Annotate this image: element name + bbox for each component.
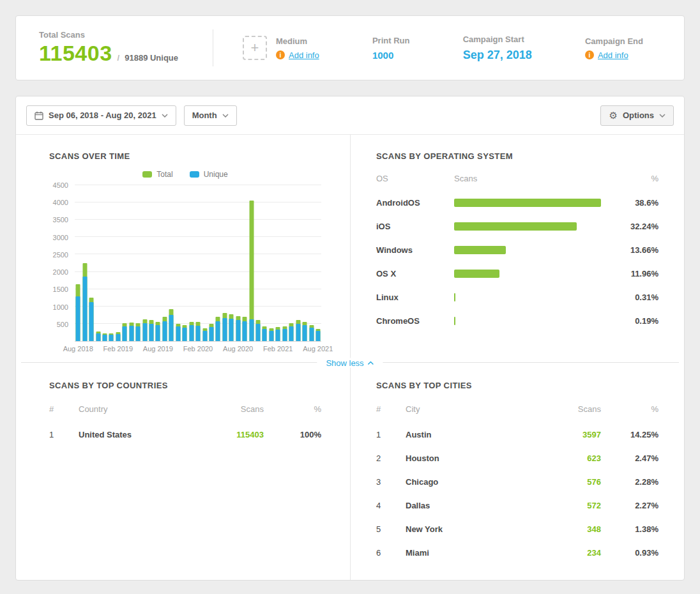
unique-bar: [116, 334, 120, 341]
cities-col-header-pct: %: [601, 404, 658, 414]
show-less-divider: Show less: [21, 362, 679, 363]
bar-group: [195, 185, 201, 341]
bar-group: [255, 185, 261, 341]
countries-table-header: # Country Scans %: [49, 390, 321, 423]
unique-bar: [149, 324, 154, 341]
medium-placeholder-box[interactable]: +: [243, 36, 267, 60]
os-pct: 32.24%: [601, 222, 658, 231]
unique-bar: [189, 325, 194, 341]
os-bar-track: [454, 293, 601, 301]
countries-col-header-rank: #: [49, 404, 79, 414]
os-pct: 38.6%: [601, 198, 658, 208]
y-axis-label: 1000: [53, 303, 68, 311]
x-axis-label: Aug 2019: [143, 345, 173, 353]
table-row: 3Chicago5762.28%: [376, 470, 658, 494]
bar-group: [208, 185, 215, 341]
unique-bar: [296, 324, 300, 341]
os-name: Windows: [376, 245, 454, 255]
bar-group: [181, 185, 188, 341]
gear-icon: ⚙: [609, 110, 617, 120]
pct-cell: 0.93%: [601, 548, 658, 558]
summary-card: Total Scans 115403 / 91889 Unique + Medi…: [15, 15, 685, 80]
granularity-label: Month: [192, 110, 217, 120]
bar-group: [235, 185, 241, 341]
x-axis-label: Feb 2021: [263, 345, 293, 353]
x-axis-label: Aug 2020: [223, 345, 253, 353]
os-pct: 11.96%: [601, 269, 658, 278]
pct-cell: 2.27%: [601, 501, 658, 510]
granularity-dropdown[interactable]: Month: [184, 105, 237, 126]
unique-bar: [269, 331, 273, 341]
unique-bar: [123, 326, 127, 341]
y-axis-label: 500: [57, 321, 68, 328]
rank-cell: 5: [376, 524, 406, 534]
unique-scans-value: 91889 Unique: [125, 53, 178, 63]
y-axis-label: 4500: [53, 181, 68, 189]
cities-col-header-name: City: [406, 404, 524, 414]
unique-bar: [262, 329, 267, 341]
unique-bar: [276, 330, 280, 341]
os-table-row: Windows13.66%: [376, 238, 658, 262]
bar-group: [261, 185, 268, 341]
medium-add-info-link[interactable]: Add info: [289, 50, 319, 60]
unique-bar: [202, 331, 207, 341]
chart-bars: [75, 185, 321, 341]
unique-bar: [96, 333, 100, 341]
os-table-row: iOS32.24%: [376, 215, 658, 238]
unique-swatch: [190, 171, 199, 178]
os-pct: 0.31%: [601, 293, 658, 302]
table-row: 6Miami2340.93%: [376, 541, 658, 565]
scans-over-time-title: SCANS OVER TIME: [49, 151, 321, 161]
campaign-end-add-info-row: i Add info: [585, 50, 643, 60]
campaign-end-block: Campaign End i Add info: [585, 36, 643, 60]
plus-icon: +: [251, 41, 259, 55]
os-col-header-pct: %: [601, 174, 658, 183]
unique-bar: [89, 302, 94, 341]
legend-item-unique: Unique: [190, 170, 228, 179]
options-button[interactable]: ⚙ Options: [600, 105, 674, 126]
bar-group: [275, 185, 281, 341]
cities-col-header-scans: Scans: [524, 404, 601, 414]
info-icon: i: [276, 50, 285, 59]
pct-cell: 2.28%: [601, 477, 658, 487]
bar-group: [155, 185, 161, 341]
summary-columns: + Medium i Add info Print Run 1000 Campa…: [213, 34, 661, 62]
os-table-row: ChromeOS0.19%: [376, 309, 658, 333]
top-cities-title: SCANS BY TOP CITIES: [376, 381, 658, 390]
unique-bar: [176, 326, 180, 341]
legend-item-total: Total: [142, 170, 172, 179]
os-bar: [454, 199, 601, 207]
top-countries-title: SCANS BY TOP COUNTRIES: [49, 381, 321, 390]
unique-bar: [222, 318, 227, 341]
chart-plot: [75, 185, 321, 342]
name-cell: Chicago: [406, 477, 524, 487]
chart-legend: TotalUnique: [49, 170, 321, 179]
info-icon: i: [585, 50, 594, 59]
rank-cell: 2: [376, 453, 406, 463]
unique-bar: [243, 321, 247, 341]
bar-group: [75, 185, 81, 341]
os-col-header-os: OS: [376, 174, 454, 183]
show-less-label: Show less: [326, 358, 363, 368]
scans-cell: 115403: [187, 430, 264, 439]
os-name: AndroidOS: [376, 198, 454, 208]
pct-cell: 100%: [264, 430, 321, 439]
scans-cell: 572: [524, 501, 601, 510]
os-table-row: AndroidOS38.6%: [376, 191, 658, 215]
campaign-start-value: Sep 27, 2018: [463, 49, 532, 62]
medium-text-stack: Medium i Add info: [276, 36, 319, 60]
show-less-link[interactable]: Show less: [317, 358, 383, 368]
bar-group: [128, 185, 135, 341]
date-range-picker[interactable]: Sep 06, 2018 - Aug 20, 2021: [26, 105, 176, 126]
campaign-end-add-info-link[interactable]: Add info: [598, 50, 628, 60]
bar-group: [282, 185, 288, 341]
unique-bar: [142, 323, 147, 341]
bar-group: [288, 185, 294, 341]
campaign-start-label: Campaign Start: [463, 34, 532, 44]
medium-label: Medium: [276, 36, 319, 46]
rank-cell: 4: [376, 501, 406, 510]
bar-group: [108, 185, 114, 341]
os-bar: [454, 293, 455, 301]
unique-bar: [183, 328, 187, 341]
name-cell: New York: [406, 524, 524, 534]
